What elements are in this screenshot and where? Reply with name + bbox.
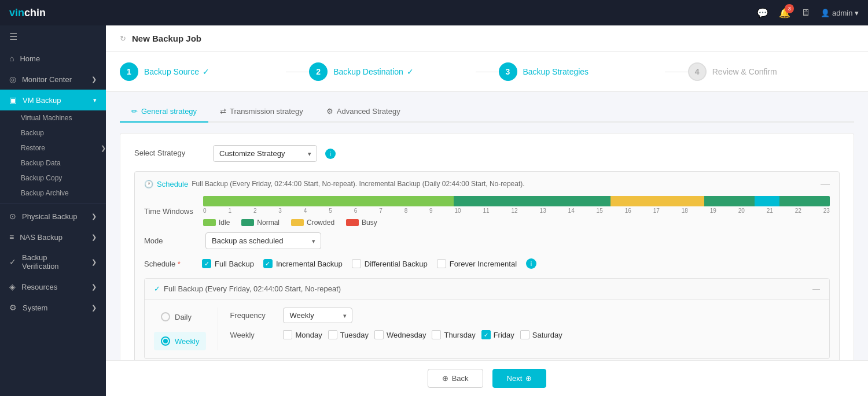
sidebar-item-backup-copy[interactable]: Backup Copy bbox=[0, 171, 106, 186]
step-3-label: Backup Strategies bbox=[523, 67, 589, 76]
topbar-right: 💬 🔔 3 🖥 👤 admin ▾ bbox=[757, 8, 859, 18]
chevron-right-icon: ❯ bbox=[91, 76, 97, 83]
legend-busy: Busy bbox=[346, 219, 377, 227]
sidebar-item-home[interactable]: ⌂ Home bbox=[0, 48, 106, 69]
chevron-right-icon: ❯ bbox=[91, 258, 97, 266]
friday-checkbox[interactable]: ✓ bbox=[481, 330, 491, 339]
period-selector: Daily Weekly bbox=[154, 308, 218, 350]
wednesday-checkbox[interactable] bbox=[374, 330, 384, 339]
required-indicator: * bbox=[178, 260, 181, 268]
messages-icon[interactable]: 💬 bbox=[757, 8, 768, 18]
day-friday[interactable]: ✓ Friday bbox=[481, 330, 514, 339]
day-saturday[interactable]: Saturday bbox=[520, 330, 562, 339]
info-icon[interactable]: i bbox=[325, 149, 336, 159]
legend-idle: Idle bbox=[203, 219, 230, 227]
time-windows-label: Time Windows bbox=[144, 207, 196, 216]
admin-menu[interactable]: 👤 admin ▾ bbox=[821, 9, 859, 17]
daily-radio[interactable] bbox=[161, 312, 170, 321]
sidebar: ☰ ⌂ Home ◎ Monitor Center ❯ ▣ VM Backup … bbox=[0, 25, 106, 396]
differential-backup-checkbox[interactable] bbox=[352, 259, 361, 268]
monitor-icon[interactable]: 🖥 bbox=[801, 8, 810, 18]
step-1-circle: 1 bbox=[120, 62, 138, 81]
chevron-right-icon: ❯ bbox=[91, 304, 97, 312]
backup-verification-icon: ✓ bbox=[9, 257, 16, 267]
monday-checkbox[interactable] bbox=[283, 330, 292, 339]
frequency-row: Frequency Weekly ▾ bbox=[230, 308, 820, 323]
monitor-center-icon: ◎ bbox=[9, 75, 16, 84]
mode-label: Mode bbox=[144, 236, 196, 245]
schedule-header: 🕐 Schedule Full Backup (Every Friday, 02… bbox=[144, 179, 830, 189]
weekly-days-row: Weekly Monday Tuesday bbox=[230, 330, 820, 339]
form-section: Select Strategy Customize Strategy ▾ i bbox=[120, 133, 854, 360]
sidebar-item-backup-archive[interactable]: Backup Archive bbox=[0, 186, 106, 201]
select-strategy-dropdown[interactable]: Customize Strategy bbox=[213, 145, 317, 162]
sidebar-item-resources[interactable]: ◈ Resources ❯ bbox=[0, 276, 106, 297]
saturday-checkbox[interactable] bbox=[520, 330, 529, 339]
backup-detail-collapse-icon[interactable]: — bbox=[812, 284, 820, 293]
step-1-label: Backup Source ✓ bbox=[144, 67, 209, 76]
sidebar-item-virtual-machines[interactable]: Virtual Machines bbox=[0, 110, 106, 125]
wizard-step-2: 2 Backup Destination ✓ bbox=[309, 62, 475, 81]
frequency-dropdown[interactable]: Weekly bbox=[283, 308, 352, 323]
thursday-checkbox[interactable] bbox=[432, 330, 441, 339]
idle-color bbox=[203, 219, 216, 226]
tab-general-strategy[interactable]: ✏ General strategy bbox=[120, 101, 208, 123]
sidebar-toggle[interactable]: ☰ bbox=[0, 25, 106, 48]
frequency-label: Frequency bbox=[230, 311, 276, 320]
schedule-info-icon[interactable]: i bbox=[526, 258, 536, 269]
day-tuesday[interactable]: Tuesday bbox=[328, 330, 369, 339]
forever-incremental-checkbox[interactable] bbox=[437, 259, 446, 268]
step-2-label: Backup Destination ✓ bbox=[333, 67, 414, 76]
time-windows-numbers: 01234567891011121314151617181920212223 bbox=[203, 206, 830, 215]
step-1-check-icon: ✓ bbox=[203, 67, 209, 76]
backup-detail-panel: ✓ Full Backup (Every Friday, 02:44:00 St… bbox=[144, 278, 830, 359]
select-strategy-row: Select Strategy Customize Strategy ▾ i bbox=[134, 145, 840, 162]
period-weekly[interactable]: Weekly bbox=[154, 332, 206, 350]
step-2-check-icon: ✓ bbox=[407, 67, 414, 76]
day-wednesday[interactable]: Wednesday bbox=[374, 330, 426, 339]
system-icon: ⚙ bbox=[9, 303, 17, 312]
next-button[interactable]: Next ⊕ bbox=[492, 369, 547, 388]
tab-transmission-strategy[interactable]: ⇄ Transmission strategy bbox=[208, 101, 315, 123]
sidebar-item-monitor-center[interactable]: ◎ Monitor Center ❯ bbox=[0, 69, 106, 90]
incremental-backup-checkbox[interactable]: ✓ bbox=[263, 259, 273, 268]
schedule-checkbox-group: ✓ Full Backup ✓ Incremental Backup Diffe… bbox=[202, 258, 536, 269]
checkbox-incremental-backup[interactable]: ✓ Incremental Backup bbox=[263, 259, 343, 268]
checkbox-differential-backup[interactable]: Differential Backup bbox=[352, 259, 428, 268]
back-button[interactable]: ⊕ Back bbox=[428, 369, 483, 388]
page-title: New Backup Job bbox=[132, 34, 201, 43]
page-header: ↻ New Backup Job bbox=[106, 25, 868, 52]
notification-badge: 3 bbox=[785, 4, 794, 13]
period-daily[interactable]: Daily bbox=[154, 308, 206, 326]
chevron-right-icon: ❯ bbox=[101, 145, 106, 152]
time-windows-legend: Idle Normal Crowded bbox=[203, 219, 830, 227]
day-thursday[interactable]: Thursday bbox=[432, 330, 475, 339]
weekly-radio[interactable] bbox=[161, 336, 170, 346]
topbar: vinchin 💬 🔔 3 🖥 👤 admin ▾ bbox=[0, 0, 868, 25]
sidebar-item-backup-verification[interactable]: ✓ Backup Verification ❯ bbox=[0, 247, 106, 276]
sidebar-item-backup-data[interactable]: Backup Data bbox=[0, 156, 106, 171]
sidebar-item-physical-backup[interactable]: ⊙ Physical Backup ❯ bbox=[0, 206, 106, 227]
tab-advanced-strategy[interactable]: ⚙ Advanced Strategy bbox=[315, 101, 412, 123]
day-monday[interactable]: Monday bbox=[283, 330, 322, 339]
schedule-checkbox-label: Schedule * bbox=[144, 260, 196, 268]
checkbox-forever-incremental[interactable]: Forever Incremental bbox=[437, 259, 517, 268]
sidebar-item-nas-backup[interactable]: ≡ NAS Backup ❯ bbox=[0, 227, 106, 247]
sidebar-item-restore[interactable]: Restore ❯ bbox=[0, 140, 106, 156]
sidebar-item-backup[interactable]: Backup bbox=[0, 125, 106, 140]
time-windows-bar-wrap: 01234567891011121314151617181920212223 I… bbox=[203, 196, 830, 227]
tuesday-checkbox[interactable] bbox=[328, 330, 337, 339]
notifications-icon[interactable]: 🔔 3 bbox=[779, 8, 790, 18]
sidebar-item-system[interactable]: ⚙ System ❯ bbox=[0, 297, 106, 318]
full-backup-checkbox[interactable]: ✓ bbox=[202, 259, 211, 268]
checkbox-full-backup[interactable]: ✓ Full Backup bbox=[202, 259, 254, 268]
mode-dropdown[interactable]: Backup as scheduled bbox=[205, 232, 321, 249]
time-windows-bar bbox=[203, 196, 830, 206]
logo: vinchin bbox=[9, 7, 46, 19]
mode-row: Mode Backup as scheduled ▾ bbox=[144, 232, 830, 249]
schedule-checkbox-row: Schedule * ✓ Full Backup ✓ Incremental B… bbox=[144, 258, 830, 269]
collapse-icon[interactable]: — bbox=[821, 179, 830, 189]
normal-color bbox=[241, 219, 254, 226]
sidebar-item-vm-backup[interactable]: ▣ VM Backup ▾ bbox=[0, 90, 106, 110]
select-strategy-label: Select Strategy bbox=[134, 145, 204, 157]
